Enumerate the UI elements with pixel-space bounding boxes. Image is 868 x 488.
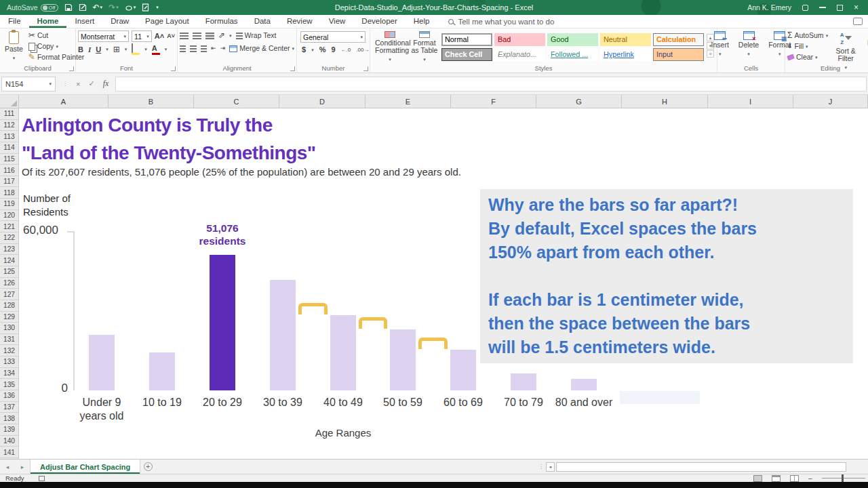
- hscroll-thumb[interactable]: [556, 462, 846, 472]
- find-select-button[interactable]: Find & Select▾: [863, 30, 868, 64]
- new-sheet-button[interactable]: +: [140, 460, 155, 474]
- cell-style-calculation[interactable]: Calculation: [653, 33, 704, 46]
- increase-decimal-icon[interactable]: ←.0: [341, 47, 351, 53]
- shrink-font-icon[interactable]: A˅: [167, 33, 175, 40]
- row-header-133[interactable]: 133: [0, 357, 18, 368]
- paste-button[interactable]: Paste ▾: [2, 30, 26, 62]
- column-header-c[interactable]: C: [194, 95, 279, 108]
- select-all-corner[interactable]: [0, 95, 19, 108]
- cell-style-explanato[interactable]: Explanato...: [494, 48, 545, 61]
- row-header-125[interactable]: 125: [0, 266, 18, 278]
- cell-style-check-cell[interactable]: Check Cell: [441, 48, 492, 61]
- underline-icon[interactable]: U: [96, 46, 101, 54]
- normal-view-icon[interactable]: [753, 475, 762, 482]
- name-box[interactable]: N154▾: [1, 77, 56, 92]
- bar-80-and-over[interactable]: [571, 379, 597, 390]
- row-header-130[interactable]: 130: [0, 323, 18, 334]
- cell-style-input[interactable]: Input: [653, 48, 704, 61]
- lasso-caret-icon[interactable]: ▾: [134, 3, 136, 12]
- bold-icon[interactable]: B: [78, 46, 83, 54]
- row-header-138[interactable]: 138: [0, 413, 18, 424]
- percent-style-icon[interactable]: %: [319, 46, 326, 54]
- orientation-icon[interactable]: ⇗: [218, 31, 225, 40]
- row-header-126[interactable]: 126: [0, 278, 18, 289]
- insert-cells-button[interactable]: Insert▾: [709, 30, 732, 64]
- tell-me-box[interactable]: Tell me what you want to do: [437, 15, 554, 28]
- fill-color-icon[interactable]: [132, 44, 140, 55]
- autosum-button[interactable]: ΣAutoSum▾: [787, 30, 828, 41]
- tab-data[interactable]: Data: [246, 15, 279, 28]
- redo-icon[interactable]: ↷▾: [108, 3, 119, 12]
- comma-style-icon[interactable]: 9: [331, 46, 335, 54]
- cancel-icon[interactable]: ×: [76, 80, 80, 88]
- row-header-122[interactable]: 122: [0, 232, 18, 244]
- bar-30-to-39[interactable]: [270, 280, 296, 390]
- cell-style-bad[interactable]: Bad: [494, 33, 545, 46]
- row-header-117[interactable]: 117: [0, 176, 18, 188]
- font-color-icon[interactable]: A: [152, 45, 160, 55]
- tab-developer[interactable]: Developer: [353, 15, 405, 28]
- formula-input[interactable]: [115, 77, 867, 92]
- delete-cells-button[interactable]: Delete▾: [736, 30, 762, 64]
- row-header-137[interactable]: 137: [0, 402, 18, 413]
- row-header-124[interactable]: 124: [0, 255, 18, 266]
- splitter-dots[interactable]: ⋮: [538, 464, 545, 470]
- row-header-136[interactable]: 136: [0, 390, 18, 402]
- clipboard-dialog-launcher-icon[interactable]: [69, 66, 74, 71]
- font-size-select[interactable]: 11▾: [132, 30, 152, 42]
- cell-style-normal[interactable]: Normal: [441, 33, 492, 46]
- align-center-icon[interactable]: [190, 45, 196, 52]
- tab-home[interactable]: Home: [29, 15, 67, 28]
- restore-icon[interactable]: [837, 5, 843, 11]
- fill-button[interactable]: ⬇Fill▾: [787, 41, 828, 52]
- decrease-decimal-icon[interactable]: .00→: [356, 47, 369, 53]
- minimize-icon[interactable]: [819, 7, 826, 8]
- grow-font-icon[interactable]: A˄: [155, 33, 164, 40]
- tab-view[interactable]: View: [321, 15, 354, 28]
- merge-center-button[interactable]: Merge & Center▾: [229, 43, 294, 54]
- row-header-134[interactable]: 134: [0, 368, 18, 380]
- row-header-129[interactable]: 129: [0, 312, 18, 323]
- column-header-j[interactable]: J: [793, 95, 868, 108]
- wrap-text-button[interactable]: Wrap Text: [236, 30, 277, 41]
- column-header-a[interactable]: A: [19, 95, 108, 108]
- row-header-123[interactable]: 123: [0, 244, 18, 256]
- tab-insert[interactable]: Insert: [66, 15, 102, 28]
- bar-20-to-29[interactable]: [210, 255, 235, 390]
- zoom-slider-handle[interactable]: [842, 474, 844, 482]
- column-header-e[interactable]: E: [366, 95, 451, 108]
- row-header-112[interactable]: 112: [0, 120, 18, 131]
- column-header-d[interactable]: D: [279, 95, 366, 108]
- row-header-131[interactable]: 131: [0, 334, 18, 346]
- undo-caret-icon[interactable]: ▾: [100, 3, 103, 12]
- redo-caret-icon[interactable]: ▾: [116, 3, 119, 12]
- row-header-139[interactable]: 139: [0, 424, 18, 436]
- accounting-format-icon[interactable]: $: [302, 46, 306, 54]
- bar-60-to-69[interactable]: [450, 350, 476, 390]
- cell-style-good[interactable]: Good: [547, 33, 598, 46]
- row-header-116[interactable]: 116: [0, 165, 18, 176]
- row-header-135[interactable]: 135: [0, 379, 18, 390]
- cell-style-hyperlink[interactable]: Hyperlink: [600, 48, 651, 61]
- tab-draw[interactable]: Draw: [102, 15, 137, 28]
- sort-filter-button[interactable]: AZ Sort & Filter▾: [831, 30, 861, 64]
- ribbon-display-options-icon[interactable]: [802, 5, 808, 11]
- align-middle-icon[interactable]: [193, 33, 201, 39]
- font-name-select[interactable]: Montserrat▾: [78, 30, 129, 42]
- number-dialog-launcher-icon[interactable]: [363, 66, 368, 71]
- row-header-128[interactable]: 128: [0, 300, 18, 312]
- zoom-slider[interactable]: [822, 478, 865, 479]
- tab-formulas[interactable]: Formulas: [197, 15, 246, 28]
- bar-10-to-19[interactable]: [149, 352, 175, 390]
- cell-style-neutral[interactable]: Neutral: [600, 33, 651, 46]
- format-as-table-button[interactable]: Format as Table ▾: [409, 30, 440, 64]
- align-top-icon[interactable]: [180, 33, 189, 39]
- row-header-115[interactable]: 115: [0, 154, 18, 165]
- clear-button[interactable]: Clear▾: [787, 52, 828, 62]
- increase-indent-icon[interactable]: ⇥: [220, 44, 226, 53]
- zoom-out-icon[interactable]: −: [808, 476, 812, 481]
- bar-70-to-79[interactable]: [511, 373, 536, 390]
- tab-review[interactable]: Review: [279, 15, 321, 28]
- autosave-toggle[interactable]: AutoSave Off: [7, 3, 58, 12]
- row-header-141[interactable]: 141: [0, 447, 18, 458]
